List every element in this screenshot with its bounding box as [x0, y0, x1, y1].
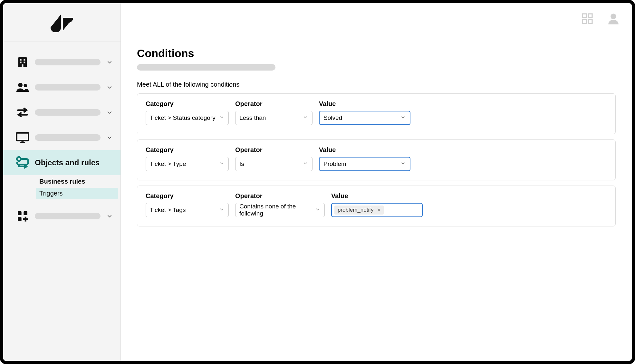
user-avatar-icon[interactable] [607, 12, 620, 25]
value-label: Value [319, 146, 410, 154]
building-icon [15, 54, 30, 70]
apps-grid-icon[interactable] [581, 12, 594, 25]
people-icon [15, 80, 30, 95]
operator-select[interactable]: Contains none of the following [235, 203, 325, 217]
operator-select[interactable]: Is [235, 157, 313, 171]
operator-label: Operator [235, 100, 313, 108]
svg-rect-20 [582, 14, 586, 18]
chevron-down-icon [303, 114, 308, 122]
chevron-down-icon [105, 84, 114, 91]
svg-marker-0 [51, 14, 61, 27]
svg-rect-15 [18, 211, 22, 215]
nav-placeholder [35, 134, 101, 141]
section-all-label: Meet ALL of the following conditions [137, 81, 616, 88]
svg-rect-22 [582, 20, 586, 24]
arrows-horizontal-icon [15, 105, 30, 120]
category-label: Category [146, 100, 229, 108]
nav-placeholder [35, 213, 101, 219]
condition-row: Category Ticket > Type Operator Is Value [137, 139, 616, 180]
operator-value: Contains none of the following [239, 203, 315, 217]
nav-item-apps[interactable] [3, 204, 120, 229]
nav-placeholder [35, 59, 101, 65]
subnav-objects-rules: Business rules Triggers [3, 176, 120, 199]
workflow-icon [15, 155, 30, 170]
nav-item-transfer[interactable] [3, 100, 120, 125]
logo [3, 3, 120, 42]
tag-remove-icon[interactable]: ✕ [376, 207, 382, 213]
nav-item-objects-rules[interactable]: Objects and rules [3, 150, 120, 175]
svg-point-13 [20, 141, 25, 143]
nav-label-objects-rules: Objects and rules [35, 158, 100, 167]
apps-add-icon [15, 208, 30, 224]
topbar [121, 3, 632, 34]
value-select[interactable]: Solved [319, 111, 410, 125]
nav-item-people[interactable] [3, 75, 120, 100]
operator-value: Less than [239, 114, 266, 121]
chevron-down-icon [105, 59, 114, 66]
svg-rect-7 [22, 64, 24, 67]
category-select[interactable]: Ticket > Status category [146, 111, 229, 125]
svg-rect-23 [588, 20, 592, 24]
category-label: Category [146, 146, 229, 154]
operator-label: Operator [235, 146, 313, 154]
chevron-down-icon [105, 134, 114, 141]
nav-placeholder [35, 84, 101, 91]
chevron-down-icon [219, 206, 225, 214]
operator-select[interactable]: Less than [235, 111, 313, 125]
subnav-business-rules[interactable]: Business rules [36, 176, 118, 187]
description-placeholder [137, 64, 275, 71]
value-value: Problem [323, 160, 346, 168]
operator-label: Operator [235, 192, 325, 200]
svg-rect-5 [20, 62, 22, 63]
svg-rect-3 [20, 59, 22, 61]
value-select[interactable]: Problem [319, 157, 410, 171]
category-select[interactable]: Ticket > Type [146, 157, 229, 171]
tag-chip[interactable]: problem_notify ✕ [334, 206, 384, 215]
svg-marker-1 [63, 18, 73, 31]
svg-point-9 [24, 84, 27, 88]
chevron-down-icon [105, 109, 114, 116]
subnav-triggers[interactable]: Triggers [36, 188, 118, 199]
svg-rect-4 [24, 59, 25, 61]
operator-value: Is [239, 160, 244, 168]
svg-rect-21 [588, 14, 592, 18]
chevron-down-icon [219, 114, 225, 122]
primary-nav: Objects and rules Business rules Trigger… [3, 42, 120, 229]
svg-point-8 [18, 83, 23, 87]
zendesk-logo-icon [51, 13, 73, 32]
sidebar: Objects and rules Business rules Trigger… [3, 3, 121, 361]
svg-rect-17 [18, 217, 22, 221]
svg-point-24 [611, 14, 616, 19]
content: Conditions Meet ALL of the following con… [121, 34, 632, 244]
nav-item-channels[interactable] [3, 125, 120, 150]
chevron-down-icon [105, 213, 114, 220]
chevron-down-icon [400, 160, 406, 168]
tags-input[interactable]: problem_notify ✕ [331, 203, 423, 217]
chevron-down-icon [315, 206, 321, 214]
category-value: Ticket > Tags [150, 206, 186, 214]
category-value: Ticket > Type [150, 160, 186, 168]
value-label: Value [331, 192, 423, 200]
category-value: Ticket > Status category [150, 114, 216, 121]
monitor-icon [15, 130, 30, 145]
svg-rect-12 [17, 133, 29, 140]
condition-row: Category Ticket > Status category Operat… [137, 93, 616, 134]
page-title: Conditions [137, 47, 616, 60]
value-value: Solved [323, 114, 342, 121]
chevron-down-icon [400, 114, 406, 122]
main: Conditions Meet ALL of the following con… [121, 3, 632, 361]
category-label: Category [146, 192, 229, 200]
svg-rect-16 [24, 211, 27, 215]
condition-row: Category Ticket > Tags Operator Contains… [137, 186, 616, 226]
nav-placeholder [35, 109, 101, 116]
svg-rect-6 [24, 62, 25, 63]
chevron-down-icon [303, 160, 308, 168]
nav-item-org[interactable] [3, 50, 120, 75]
tag-text: problem_notify [338, 207, 374, 213]
value-label: Value [319, 100, 410, 108]
category-select[interactable]: Ticket > Tags [146, 203, 229, 217]
chevron-down-icon [219, 160, 225, 168]
